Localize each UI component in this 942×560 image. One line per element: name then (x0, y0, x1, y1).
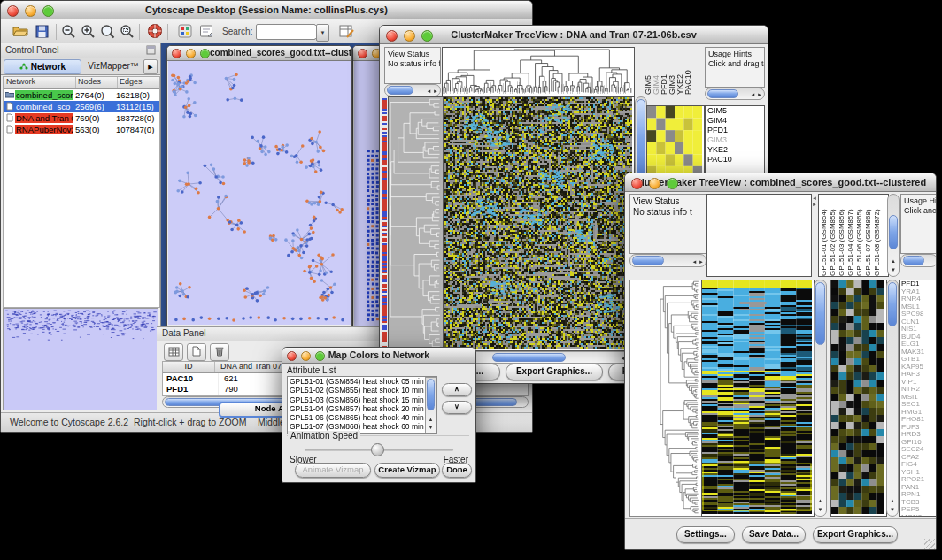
attribute-browser-button[interactable] (336, 22, 357, 43)
gene-list-2[interactable]: PFD1YRA1RNR4MSL1SPC98CLN1NIS1BUD4ELG1MAK… (899, 280, 937, 517)
attribute-list-item[interactable]: GPL51-03 (GSM856) heat shock 15 min (288, 395, 427, 404)
open-session-button[interactable] (10, 22, 31, 43)
gene-label[interactable]: GIM5 (706, 106, 764, 116)
column-label[interactable]: GIM4 (652, 47, 660, 95)
resize-grip[interactable] (924, 539, 935, 549)
export-graphics-button[interactable]: Export Graphics... (813, 526, 898, 543)
scrollbar-thumb[interactable] (387, 86, 413, 95)
save-data-button[interactable]: Save Data... (742, 526, 806, 543)
select-attributes-button[interactable] (164, 343, 183, 361)
row-dendrogram-box-2[interactable] (629, 280, 702, 517)
tab-network[interactable]: Network (4, 59, 81, 74)
usage-hints-scrollbar[interactable]: ◄ ► (705, 88, 765, 100)
animate-vizmap-button[interactable]: Animate Vizmap (295, 463, 371, 478)
close-button[interactable] (172, 49, 181, 58)
create-vizmap-button[interactable]: Create Vizmap (374, 463, 440, 478)
minimize-button[interactable] (404, 30, 415, 42)
minimize-button[interactable] (25, 5, 36, 17)
column-label[interactable]: YKE2 (676, 47, 683, 95)
zoom-button[interactable] (200, 49, 210, 58)
attribute-listbox[interactable]: GPL51-01 (GSM854) heat shock 05 minGPL51… (287, 376, 437, 434)
column-labels-scrollbar[interactable]: ▲▼ (887, 194, 900, 277)
scrollbar-thumb[interactable] (637, 99, 645, 177)
zoom-button[interactable] (315, 351, 325, 361)
heatmap-2[interactable] (701, 280, 815, 517)
col-header-network[interactable]: Network (4, 77, 76, 88)
column-label[interactable]: GPL51-04 (GSM857) (847, 195, 854, 276)
view-status-scrollbar[interactable]: ◄ ► (384, 84, 441, 96)
zoom-button[interactable] (421, 30, 433, 42)
treeview1-titlebar[interactable]: ClusterMaker TreeView : DNA and Tran 07-… (380, 26, 768, 44)
network-table-row[interactable]: combined_sco2569(6)13112(15) (4, 101, 159, 112)
gene-label[interactable]: PFD1 (706, 126, 764, 135)
heatmap-1[interactable] (444, 96, 635, 351)
zoom-heatmap-2[interactable] (830, 280, 887, 517)
network-table-row[interactable]: DNA and Tran 07769(0)183728(0) (4, 112, 159, 124)
column-label[interactable]: GPL51-06 (GSM865) (856, 195, 863, 276)
view-status-scrollbar[interactable]: ◄ ► (629, 254, 706, 267)
column-dendrogram-box[interactable] (442, 47, 635, 96)
column-label[interactable]: PAC10 (684, 47, 691, 95)
column-label[interactable]: GPL51-01 (GSM854) (821, 195, 828, 276)
gene-label[interactable]: PAC10 (706, 155, 764, 165)
birdseye-view[interactable] (4, 309, 158, 410)
column-label[interactable]: GPL51-08 (GSM872) (874, 195, 881, 276)
search-input[interactable] (258, 26, 316, 38)
tab-vizmapper[interactable]: VizMapper™ (82, 59, 144, 73)
gene-label[interactable]: GIM4 (706, 116, 764, 126)
annotation-button[interactable] (196, 22, 217, 43)
column-label[interactable]: GIM3 (668, 47, 676, 95)
zoom-heatmap-vscrollbar[interactable]: ▲▼ (886, 280, 899, 517)
heatmap-2-vscrollbar[interactable]: ▲▼ (814, 280, 827, 517)
vizmapper-button[interactable] (174, 22, 196, 43)
row-dendrogram-box-1[interactable] (388, 96, 444, 351)
move-up-button[interactable]: ∧ (442, 383, 472, 396)
network-table-row[interactable]: combined_scores2764(0)16218(0) (4, 89, 159, 101)
scrollbar-thumb[interactable] (815, 282, 825, 345)
network-table-row[interactable]: RNAPuberNov2+I563(0)107847(0) (4, 124, 159, 135)
dialog-titlebar[interactable]: Map Colors to Network (282, 348, 475, 364)
scrollbar-thumb[interactable] (903, 256, 924, 265)
tab-overflow-button[interactable]: ▶ (143, 59, 158, 74)
done-button[interactable]: Done (442, 463, 472, 478)
close-button[interactable] (631, 178, 643, 189)
gene-label[interactable]: YKE2 (706, 145, 764, 155)
zoom-in-button[interactable] (77, 22, 98, 43)
gene-label[interactable]: GIM3 (706, 135, 764, 145)
help-button[interactable] (144, 22, 166, 43)
column-label[interactable]: PFD1 (660, 47, 668, 95)
zoom-button[interactable] (667, 178, 678, 189)
usage-hints-scrollbar[interactable] (900, 254, 937, 267)
minimize-button[interactable] (186, 49, 196, 58)
col-header-edges[interactable]: Edges (118, 77, 159, 88)
network-window-1-titlebar[interactable]: combined_scores_good.txt--cluste... (167, 46, 351, 61)
scrollbar-thumb[interactable] (492, 353, 566, 362)
close-button[interactable] (386, 30, 398, 42)
save-session-button[interactable] (31, 22, 52, 43)
main-titlebar[interactable]: Cytoscape Desktop (Session Name: collins… (1, 1, 532, 19)
export-graphics-button[interactable]: Export Graphics... (506, 364, 603, 380)
animation-speed-slider-thumb[interactable] (371, 443, 384, 456)
scrollbar-thumb[interactable] (427, 379, 435, 410)
float-panel-icon[interactable] (146, 45, 156, 57)
gene-label[interactable]: MON2 (900, 514, 937, 518)
col-header-id[interactable]: ID (163, 362, 215, 372)
col-header-nodes[interactable]: Nodes (76, 77, 118, 88)
scrollbar-thumb[interactable] (707, 89, 738, 98)
close-button[interactable] (287, 351, 297, 361)
column-label[interactable]: GIM5 (645, 47, 652, 95)
new-attribute-button[interactable] (187, 343, 206, 361)
attribute-list-item[interactable]: GPL51-04 (GSM857) heat shock 20 min (288, 404, 427, 413)
zoom-out-button[interactable] (58, 22, 79, 43)
minimize-button[interactable] (301, 351, 311, 361)
zoom-selected-button[interactable] (116, 22, 137, 43)
treeview2-titlebar[interactable]: ClusterMaker TreeView : combined_scores_… (625, 173, 936, 192)
zoom-fit-button[interactable] (97, 22, 118, 43)
attribute-list-scrollbar[interactable]: ▲▼ (425, 377, 436, 433)
scrollbar-thumb[interactable] (888, 282, 897, 326)
column-label[interactable]: GPL51-03 (GSM856) (838, 195, 845, 276)
zoom-button[interactable] (42, 5, 54, 17)
close-button[interactable] (7, 5, 19, 17)
move-down-button[interactable]: ∨ (442, 401, 472, 414)
minimize-button[interactable] (649, 178, 660, 189)
